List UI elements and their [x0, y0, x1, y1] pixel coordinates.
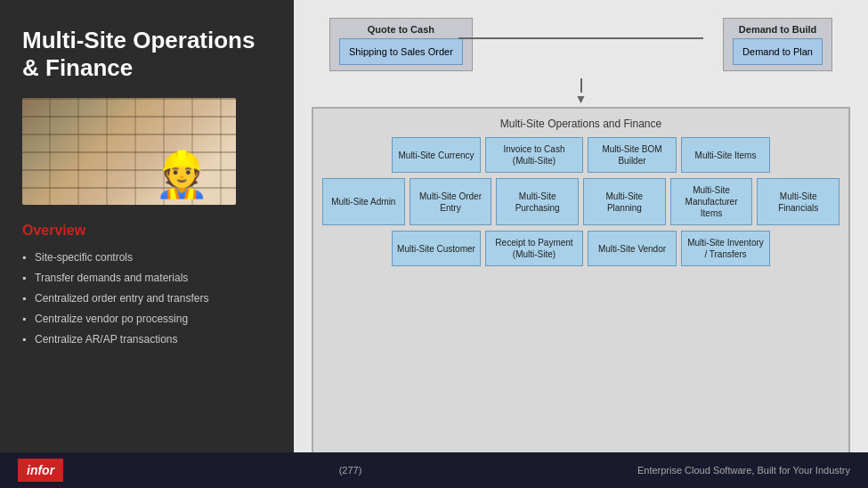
demand-plan-inner: Demand to Plan — [733, 38, 823, 65]
multi-site-purchasing: Multi-Site Purchasing — [496, 178, 579, 225]
slide: Multi-Site Operations & Finance Overview… — [0, 0, 868, 488]
ops-grid: Multi-Site Currency Invoice to Cash (Mul… — [322, 137, 840, 266]
multi-site-manufacturer: Multi-Site Manufacturer Items — [670, 178, 753, 225]
bullet-list: Site-specific controls Transfer demands … — [22, 248, 272, 349]
ops-row-3: Multi-Site Customer Receipt to Payment (… — [322, 231, 840, 266]
bullet-2: Transfer demands and materials — [22, 268, 272, 289]
top-box-right: Demand to Build Demand to Plan — [723, 18, 832, 75]
receipt-payment: Receipt to Payment (Multi-Site) — [485, 231, 583, 266]
demand-build-outer: Demand to Build Demand to Plan — [723, 18, 832, 71]
multi-site-currency: Multi-Site Currency — [392, 137, 481, 173]
right-panel: Quote to Cash Shipping to Sales Order De… — [294, 0, 868, 488]
multi-site-vendor: Multi-Site Vendor — [588, 231, 677, 266]
ops-row-2: Multi-Site Admin Multi-Site Order Entry … — [322, 178, 840, 225]
page-number: (277) — [339, 465, 362, 476]
center-connector: ▼ — [312, 78, 850, 105]
bullet-3: Centralized order entry and transfers — [22, 289, 272, 309]
quote-cash-label: Quote to Cash — [339, 24, 463, 35]
invoice-cash: Invoice to Cash (Multi-Site) — [485, 137, 583, 173]
main-title: Multi-Site Operations & Finance — [22, 27, 272, 82]
multi-site-planning: Multi-Site Planning — [583, 178, 666, 225]
multi-site-admin: Multi-Site Admin — [322, 178, 405, 225]
bullet-1: Site-specific controls — [22, 248, 272, 268]
infor-logo: infor — [18, 459, 63, 482]
bullet-4: Centralize vendor po processing — [22, 309, 272, 329]
ops-title: Multi-Site Operations and Finance — [322, 118, 840, 130]
multi-site-financials: Multi-Site Financials — [757, 178, 840, 225]
ops-row-1: Multi-Site Currency Invoice to Cash (Mul… — [322, 137, 840, 173]
multi-site-inventory: Multi-Site Inventory / Transfers — [681, 231, 770, 266]
bullet-5: Centralize AR/AP transactions — [22, 329, 272, 350]
multi-site-order-entry: Multi-Site Order Entry — [410, 178, 492, 225]
shipping-sales-inner: Shipping to Sales Order — [339, 38, 463, 65]
footer: infor (277) Enterprise Cloud Software, B… — [0, 452, 868, 488]
demand-build-label: Demand to Build — [733, 24, 823, 35]
top-box-left: Quote to Cash Shipping to Sales Order — [329, 18, 473, 75]
warehouse-image — [22, 98, 236, 205]
h-connector — [458, 37, 703, 39]
ops-container: Multi-Site Operations and Finance Multi-… — [312, 107, 850, 475]
left-panel: Multi-Site Operations & Finance Overview… — [0, 0, 294, 488]
multi-site-customer: Multi-Site Customer — [392, 231, 481, 266]
quote-cash-outer: Quote to Cash Shipping to Sales Order — [329, 18, 473, 71]
footer-tagline: Enterprise Cloud Software, Built for You… — [637, 465, 850, 476]
overview-label: Overview — [22, 223, 272, 239]
multi-site-bom: Multi-Site BOM Builder — [588, 137, 677, 173]
multi-site-items: Multi-Site Items — [681, 137, 770, 173]
top-section: Quote to Cash Shipping to Sales Order De… — [312, 18, 850, 75]
